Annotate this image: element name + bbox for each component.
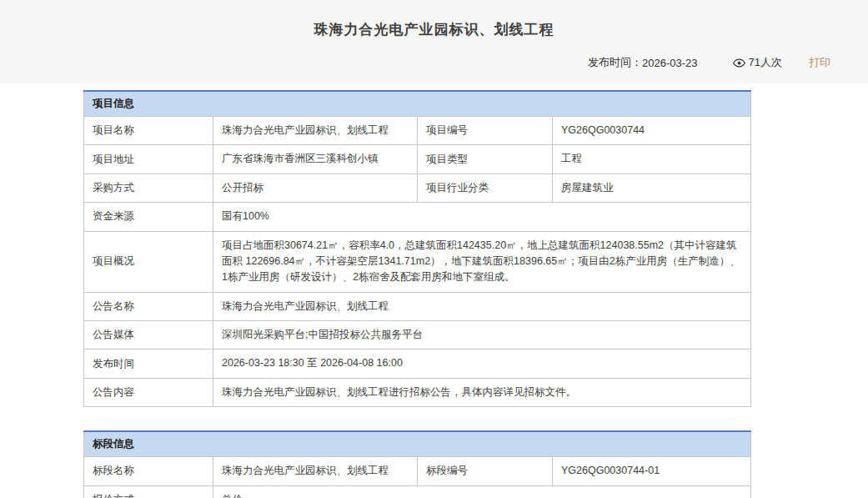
row-label: 项目名称 — [84, 117, 213, 145]
table-row: 公告名称 珠海力合光电产业园标识、划线工程 — [84, 292, 751, 320]
row-label: 资金来源 — [84, 203, 213, 231]
row-value: YG26QG0030744 — [553, 117, 751, 145]
row-value: 公开招标 — [213, 174, 418, 202]
row-label: 公告媒体 — [84, 321, 213, 350]
table-row: 项目地址 广东省珠海市香洲区三溪科创小镇 项目类型 工程 — [84, 145, 751, 174]
row-label: 标段编号 — [418, 457, 553, 485]
row-label: 报价方式 — [84, 485, 213, 498]
row-label: 采购方式 — [84, 174, 213, 202]
row-label: 项目编号 — [418, 117, 553, 145]
row-label: 项目类型 — [418, 145, 553, 174]
page-title: 珠海力合光电产业园标识、划线工程 — [0, 0, 868, 39]
row-value: 国有100% — [213, 203, 751, 231]
row-value: 项目占地面积30674.21㎡，容积率4.0，总建筑面积142435.20㎡，地… — [213, 231, 751, 292]
row-label: 项目行业分类 — [418, 174, 553, 202]
main-content: 项目信息 项目名称 珠海力合光电产业园标识、划线工程 项目编号 YG26QG00… — [83, 90, 750, 498]
table-row: 资金来源 国有100% — [84, 203, 751, 231]
row-value: 广东省珠海市香洲区三溪科创小镇 — [213, 145, 418, 174]
row-label: 公告内容 — [84, 378, 213, 406]
row-label: 项目地址 — [84, 145, 213, 174]
page-header-band: 珠海力合光电产业园标识、划线工程 发布时间： 2026-03-23 71人次 打… — [0, 0, 868, 83]
row-label: 标段名称 — [84, 457, 213, 485]
table-row: 公告内容 珠海力合光电产业园标识、划线工程进行招标公告，具体内容详见招标文件。 — [84, 378, 751, 406]
row-value: 珠海力合光电产业园标识、划线工程 — [213, 292, 751, 320]
table-row: 项目概况 项目占地面积30674.21㎡，容积率4.0，总建筑面积142435.… — [84, 231, 751, 292]
table-row: 公告媒体 深圳阳光采购平台;中国招投标公共服务平台 — [84, 321, 751, 350]
table-section-header-row: 项目信息 — [84, 91, 751, 117]
publish-time-label: 发布时间： — [588, 55, 642, 70]
section-info-table: 标段信息 标段名称 珠海力合光电产业园标识、划线工程 标段编号 YG26QG00… — [83, 430, 751, 498]
row-value: 总价 — [213, 485, 751, 498]
row-label: 项目概况 — [84, 231, 213, 292]
table-row: 项目名称 珠海力合光电产业园标识、划线工程 项目编号 YG26QG0030744 — [84, 117, 751, 145]
table-row: 报价方式 总价 — [84, 485, 751, 498]
eye-icon — [733, 57, 745, 69]
row-label: 公告名称 — [84, 292, 213, 320]
publish-info-row: 发布时间： 2026-03-23 71人次 打印 — [588, 55, 830, 70]
row-value: 珠海力合光电产业园标识、划线工程进行招标公告，具体内容详见招标文件。 — [213, 378, 751, 406]
table-row: 发布时间 2026-03-23 18:30 至 2026-04-08 16:00 — [84, 350, 751, 378]
row-value: YG26QG0030744-01 — [553, 457, 751, 485]
row-value: 珠海力合光电产业园标识、划线工程 — [213, 457, 418, 485]
section-info-table-title: 标段信息 — [84, 431, 751, 457]
project-info-table: 项目信息 项目名称 珠海力合光电产业园标识、划线工程 项目编号 YG26QG00… — [83, 90, 751, 407]
row-value: 2026-03-23 18:30 至 2026-04-08 16:00 — [213, 350, 751, 378]
row-value: 深圳阳光采购平台;中国招投标公共服务平台 — [213, 321, 751, 350]
publish-date: 2026-03-23 — [642, 57, 698, 69]
row-value: 工程 — [553, 145, 751, 174]
view-count: 71人次 — [733, 55, 782, 70]
table-row: 采购方式 公开招标 项目行业分类 房屋建筑业 — [84, 174, 751, 202]
row-label: 发布时间 — [84, 350, 213, 378]
project-info-table-title: 项目信息 — [84, 91, 751, 117]
table-section-header-row: 标段信息 — [84, 431, 751, 457]
table-row: 标段名称 珠海力合光电产业园标识、划线工程 标段编号 YG26QG0030744… — [84, 457, 751, 485]
print-button[interactable]: 打印 — [809, 55, 830, 70]
row-value: 珠海力合光电产业园标识、划线工程 — [213, 117, 418, 145]
row-value: 房屋建筑业 — [553, 174, 751, 202]
view-count-text: 71人次 — [749, 55, 782, 70]
